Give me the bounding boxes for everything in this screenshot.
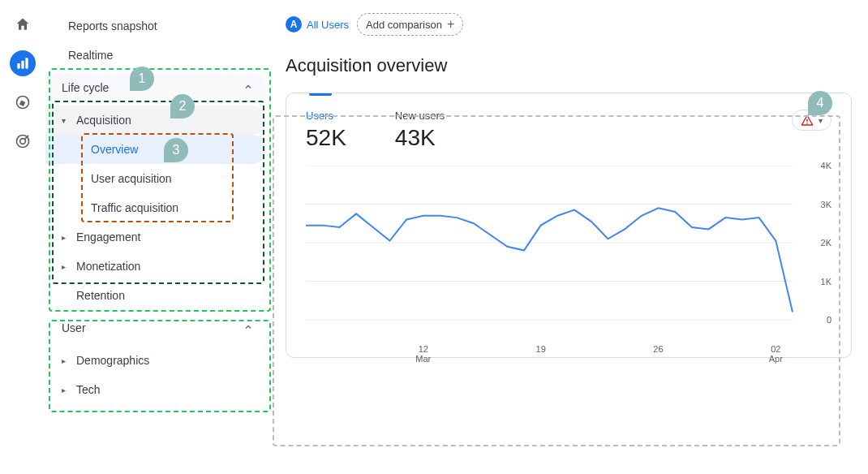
nav-reports-snapshot[interactable]: Reports snapshot: [45, 11, 273, 41]
nav-label: User acquisition: [91, 172, 172, 185]
advertising-icon[interactable]: [10, 128, 36, 154]
chart-card: Users 52K New users 43K ▾ 01K2K3K4K 12Ma…: [286, 93, 852, 358]
nav-realtime[interactable]: Realtime: [45, 41, 273, 70]
nav-label: Engagement: [76, 231, 140, 243]
svg-rect-7: [806, 123, 807, 123]
audience-letter: A: [286, 16, 302, 32]
compare-label: Add comparison: [366, 19, 442, 31]
caret-right-icon: ▸: [62, 233, 66, 242]
audience-chip[interactable]: A All Users: [286, 16, 349, 32]
svg-rect-1: [21, 61, 24, 69]
warning-icon: [801, 114, 814, 127]
nav-acquisition[interactable]: ▾ Acquisition: [45, 106, 266, 135]
svg-rect-0: [17, 63, 19, 69]
metric-value: 43K: [395, 125, 445, 151]
home-icon[interactable]: [10, 11, 36, 37]
nav-label: Realtime: [68, 49, 113, 62]
nav-tech[interactable]: ▸ Tech: [45, 375, 273, 404]
metric-label: New users: [395, 110, 445, 122]
chart: 01K2K3K4K 12Mar192602Apr: [306, 166, 831, 344]
line-chart-svg: [306, 166, 825, 328]
metric-label: Users: [306, 110, 346, 122]
nav-label: Reports snapshot: [68, 19, 157, 32]
nav-label: Acquisition: [76, 114, 131, 127]
chevron-up-icon: [243, 81, 253, 94]
reports-icon[interactable]: [10, 50, 36, 76]
anomaly-button[interactable]: ▾: [792, 110, 831, 131]
nav-label: Retention: [76, 289, 125, 302]
nav-label: Overview: [91, 143, 138, 156]
caret-right-icon: ▸: [62, 386, 66, 394]
nav-engagement[interactable]: ▸ Engagement: [45, 222, 273, 252]
nav-demographics[interactable]: ▸ Demographics: [45, 346, 273, 375]
iconbar: [0, 0, 45, 474]
active-metric-indicator: [309, 93, 332, 96]
nav-label: Monetization: [76, 260, 140, 273]
sidebar: Reports snapshot Realtime Life cycle ▾ A…: [45, 0, 273, 474]
nav-retention[interactable]: Retention: [45, 281, 273, 310]
main: A All Users Add comparison + Acquisition…: [273, 0, 868, 474]
nav-label: Traffic acquisition: [91, 201, 178, 214]
plus-icon: +: [447, 17, 454, 32]
audience-label: All Users: [307, 19, 349, 31]
caret-right-icon: ▸: [62, 356, 66, 365]
metric-value: 52K: [306, 125, 346, 151]
nav-label: Tech: [76, 383, 101, 396]
nav-user-acquisition[interactable]: User acquisition: [45, 164, 273, 193]
nav-overview[interactable]: Overview: [45, 135, 266, 164]
caret-down-icon: ▾: [819, 116, 823, 125]
nav-monetization[interactable]: ▸ Monetization: [45, 252, 273, 281]
nav-section-user[interactable]: User: [45, 313, 266, 343]
y-axis-labels: 01K2K3K4K: [807, 166, 831, 320]
nav-label: Demographics: [76, 354, 149, 367]
metric-new-users[interactable]: New users 43K: [395, 110, 445, 151]
topbar: A All Users Add comparison +: [286, 13, 852, 36]
page-title: Acquisition overview: [286, 55, 852, 76]
caret-down-icon: ▾: [62, 116, 66, 125]
nav-section-lifecycle[interactable]: Life cycle: [45, 73, 266, 102]
svg-rect-2: [25, 58, 28, 68]
explore-icon[interactable]: [10, 89, 36, 115]
metric-users[interactable]: Users 52K: [306, 110, 346, 151]
caret-right-icon: ▸: [62, 262, 66, 271]
nav-section-label: Life cycle: [62, 81, 109, 94]
chevron-up-icon: [243, 321, 253, 334]
nav-section-label: User: [62, 321, 86, 334]
add-comparison-button[interactable]: Add comparison +: [357, 13, 463, 36]
metrics-row: Users 52K New users 43K: [306, 110, 831, 151]
svg-rect-6: [806, 119, 807, 122]
nav-traffic-acquisition[interactable]: Traffic acquisition: [45, 193, 273, 222]
